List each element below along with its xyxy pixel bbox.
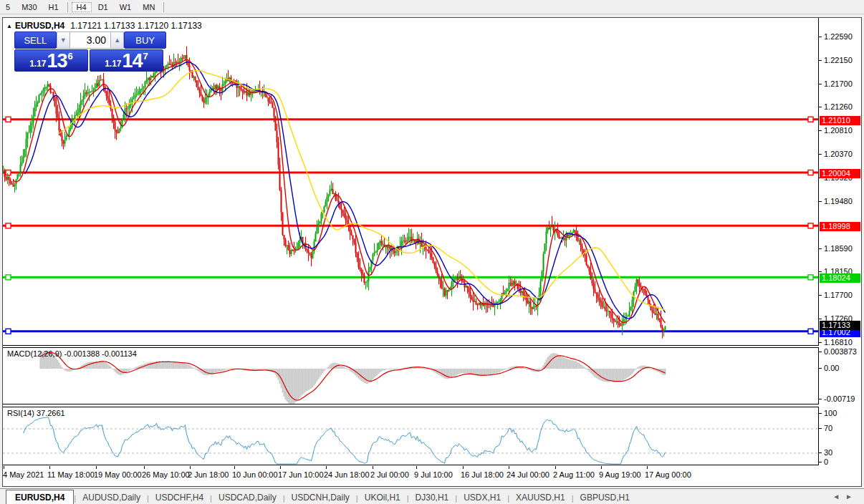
rsi-axis-tick — [819, 452, 822, 453]
price-axis-label: 1.17700 — [824, 291, 853, 299]
date-axis-tick — [326, 466, 327, 469]
price-level-label: 1.18024 — [820, 273, 860, 283]
timeframe-button-d1[interactable]: D1 — [93, 2, 113, 12]
tab-ukoil-h1[interactable]: UKOil,H1 — [358, 491, 407, 504]
price-axis-tick — [819, 130, 822, 131]
rsi-axis-label: 0 — [824, 457, 828, 466]
rsi-axis-label: 70 — [824, 424, 832, 432]
date-axis-tick — [280, 466, 281, 469]
tab-dj30-h1[interactable]: DJ30,H1 — [409, 491, 456, 504]
date-axis-tick — [190, 466, 191, 469]
tab-gbpusd-h1[interactable]: GBPUSD,H1 — [574, 491, 636, 504]
timeframe-button-m30[interactable]: M30 — [16, 2, 42, 12]
price-axis-tick — [819, 201, 822, 202]
macd-panel[interactable]: MACD(12,26,9) -0.001388 -0.001134 — [3, 347, 819, 404]
timeframe-button-mn[interactable]: MN — [138, 2, 160, 12]
toolbar-separator — [163, 2, 164, 12]
rsi-axis-tick — [819, 428, 822, 429]
price-level-label: 1.21010 — [820, 116, 860, 125]
tab-usdcad-daily[interactable]: USDCAD,Daily — [212, 491, 283, 504]
date-axis-label: 11 May 18:00 — [47, 470, 95, 479]
price-axis-label: 1.20810 — [824, 126, 853, 135]
tab-usdx-h1[interactable]: USDX,H1 — [457, 491, 507, 504]
price-axis-label: 1.20370 — [824, 150, 853, 158]
buy-button[interactable]: BUY — [124, 32, 166, 49]
price-axis-tick — [819, 107, 822, 107]
price-axis-tick — [819, 60, 822, 61]
date-axis-tick — [647, 466, 648, 469]
date-axis-label: 17 Aug 00:00 — [645, 470, 691, 479]
date-axis-tick — [234, 466, 235, 469]
macd-axis-label: 0.003873 — [824, 347, 857, 356]
date-axis-tick — [509, 466, 509, 469]
collapse-icon[interactable]: ▲ — [6, 23, 12, 29]
tab-usdcnh-daily[interactable]: USDCNH,Daily — [285, 491, 356, 504]
price-axis-tick — [819, 295, 822, 296]
current-price-label: 1.17133 — [820, 321, 860, 330]
chart-title: ▲EURUSD,H41.17121 1.17133 1.17120 1.1713… — [6, 21, 202, 31]
price-axis-tick — [819, 84, 822, 84]
date-axis-label: 9 Aug 19:00 — [599, 470, 641, 479]
price-level-label: 1.20004 — [820, 169, 860, 178]
rsi-axis-tick — [819, 462, 822, 462]
sell-price-prefix: 1.17 — [29, 59, 46, 69]
rsi-panel[interactable]: RSI(14) 37.2661 — [3, 407, 819, 465]
timeframe-button-h1[interactable]: H1 — [44, 2, 64, 12]
buy-price-pipette: 7 — [143, 51, 148, 62]
macd-axis-label: -0.00719 — [824, 394, 855, 403]
rsi-label: RSI(14) 37.2661 — [7, 409, 65, 417]
timeframe-button-5[interactable]: 5 — [1, 2, 15, 12]
date-axis-tick — [463, 466, 464, 469]
rsi-canvas[interactable] — [3, 408, 818, 465]
price-axis-tick — [819, 319, 822, 319]
tab-usdchf-h4[interactable]: USDCHF,H4 — [149, 491, 210, 504]
macd-label: MACD(12,26,9) -0.001388 -0.001134 — [7, 349, 137, 358]
sell-price-pipette: 6 — [68, 51, 73, 62]
date-axis-label: 17 Jun 10:00 — [278, 470, 324, 479]
tab-scroll-right-icon: ► — [845, 493, 858, 500]
price-axis-tick — [819, 271, 822, 272]
date-axis-label: 2 Jul 00:00 — [370, 470, 409, 479]
volume-input[interactable] — [70, 32, 110, 49]
price-axis-label: 1.16810 — [824, 338, 853, 346]
buy-price-pips: 14 — [123, 52, 143, 70]
chart-ohlc: 1.17121 1.17133 1.17120 1.17133 — [70, 21, 202, 31]
sell-button[interactable]: SELL — [14, 32, 57, 49]
mt4-terminal: 5M30H1H4D1W1MN MACD(12,26,9) -0.001388 -… — [0, 0, 864, 504]
chart-window[interactable]: MACD(12,26,9) -0.001388 -0.001134 RSI(14… — [2, 17, 862, 487]
date-axis-label: 4 May 2021 — [3, 470, 44, 479]
rsi-axis-label: 30 — [824, 448, 832, 457]
macd-axis-tick — [819, 352, 822, 352]
date-axis-label: 2 Jun 18:00 — [188, 470, 229, 479]
date-axis-tick — [601, 466, 602, 469]
date-axis-label: 16 Jul 18:00 — [461, 470, 504, 479]
volume-increase-icon[interactable]: ▲ — [110, 32, 124, 49]
timeframe-button-w1[interactable]: W1 — [115, 2, 137, 12]
date-axis-tick — [555, 466, 556, 469]
tab-audusd-daily[interactable]: AUDUSD,Daily — [76, 491, 147, 504]
macd-axis-tick — [819, 368, 822, 369]
price-axis-label: 1.18590 — [824, 244, 853, 253]
date-axis-label: 2 Aug 11:00 — [553, 470, 595, 479]
tab-scroll-arrows[interactable]: ◄► — [832, 493, 858, 500]
tab-eurusd-h4[interactable]: EURUSD,H4 — [6, 490, 74, 504]
sell-price-pane[interactable]: 1.17 13 6 — [14, 49, 88, 72]
timeframe-button-h4[interactable]: H4 — [72, 2, 92, 12]
date-axis-tick — [96, 466, 97, 469]
date-axis-label: 10 Jun 00:00 — [232, 470, 278, 479]
price-axis-tick — [819, 154, 822, 155]
tab-xauusd-h1[interactable]: XAUUSD,H1 — [509, 491, 572, 504]
date-axis-label: 9 Jul 10:00 — [414, 470, 453, 479]
macd-axis-tick — [819, 399, 822, 399]
price-axis-label: 1.19480 — [824, 197, 853, 205]
date-axis-label: 26 May 10:00 — [142, 470, 190, 479]
buy-price-pane[interactable]: 1.17 14 7 — [90, 49, 163, 72]
volume-decrease-icon[interactable]: ▼ — [57, 32, 70, 49]
price-axis-tick — [819, 248, 822, 249]
chart-tab-bar: EURUSD,H4|AUDUSD,Daily|USDCHF,H4|USDCAD,… — [0, 488, 864, 504]
rsi-axis-tick — [819, 413, 822, 414]
date-axis-label: 19 May 00:00 — [94, 470, 142, 479]
tab-scroll-left-icon: ◄ — [832, 493, 845, 500]
date-axis-label: 24 Jun 18:00 — [324, 470, 370, 479]
macd-axis-label: 0.00 — [824, 364, 839, 372]
